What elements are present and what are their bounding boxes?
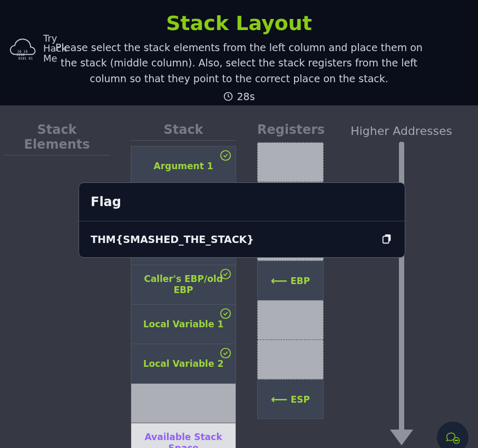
svg-point-7 <box>221 269 230 279</box>
stack-slot-label: Local Variable 1 <box>143 319 223 330</box>
register-slot[interactable] <box>257 142 324 182</box>
timer: 28s <box>11 91 467 102</box>
svg-point-4 <box>221 151 230 160</box>
svg-point-8 <box>221 309 230 318</box>
stack-slot[interactable]: Argument 1 <box>131 146 236 186</box>
stack-slot[interactable] <box>131 383 236 423</box>
main-area: Stack Elements Stack Argument 1 Caller's… <box>0 115 478 448</box>
stack-slot[interactable]: Local Variable 2 <box>131 344 236 383</box>
instructions-text: Please select the stack elements from th… <box>47 40 432 86</box>
svg-point-14 <box>456 440 456 441</box>
stack-slot-label: Argument 1 <box>153 161 213 172</box>
copy-button[interactable] <box>381 233 393 246</box>
stack-slot-label: Local Variable 2 <box>143 358 223 369</box>
check-icon <box>220 150 231 161</box>
brand-name: Try Hack Me <box>43 34 67 64</box>
svg-text:0101 01: 0101 01 <box>18 56 33 61</box>
stack-elements-title: Stack Elements <box>4 122 110 155</box>
header: 10 10 1110 0101 01 Try Hack Me Stack Lay… <box>0 0 478 115</box>
address-direction: Higher Addresses Lower Addresses <box>329 122 474 448</box>
stack-elements-column: Stack Elements <box>4 122 110 448</box>
flag-modal: Flag THM{SMASHED_THE_STACK} <box>79 182 405 258</box>
svg-point-9 <box>221 348 230 358</box>
register-label: ESP <box>291 394 310 405</box>
svg-rect-11 <box>383 236 389 243</box>
check-icon <box>220 308 231 319</box>
stack-slot-label: Available Stack Space <box>141 432 226 448</box>
page-title: Stack Layout <box>11 12 467 35</box>
modal-title: Flag <box>79 183 405 221</box>
svg-point-15 <box>457 440 458 441</box>
register-slot[interactable]: ⟵ EBP <box>257 261 324 300</box>
stack-slot[interactable]: Caller's EBP/old EBP <box>131 265 236 304</box>
register-slot[interactable]: ⟵ ESP <box>257 379 324 419</box>
register-slot[interactable] <box>257 340 324 379</box>
register-label: EBP <box>290 276 310 286</box>
timer-value: 28s <box>237 91 255 102</box>
higher-addresses-label: Higher Addresses <box>350 124 452 138</box>
flag-value: THM{SMASHED_THE_STACK} <box>91 233 254 245</box>
stack-slot-label: Caller's EBP/old EBP <box>141 274 226 296</box>
stack-slot[interactable]: Available Stack Space <box>131 423 236 448</box>
stack-column: Stack Argument 1 Caller's EBP/old EBP Lo… <box>131 122 236 448</box>
cloud-icon: 10 10 1110 0101 01 <box>7 36 39 61</box>
registers-title: Registers <box>257 122 324 137</box>
copy-icon <box>381 233 393 245</box>
svg-point-13 <box>455 440 455 441</box>
check-icon <box>220 268 231 280</box>
stack-title: Stack <box>131 122 236 141</box>
brand-logo: 10 10 1110 0101 01 Try Hack Me <box>7 34 67 64</box>
clock-icon <box>223 91 233 102</box>
chat-icon <box>444 428 462 446</box>
check-icon <box>220 347 231 359</box>
registers-column: Registers ⟵ EBP ⟵ ESP <box>257 122 324 448</box>
stack-slot[interactable]: Local Variable 1 <box>131 304 236 344</box>
register-slot[interactable] <box>257 300 324 340</box>
